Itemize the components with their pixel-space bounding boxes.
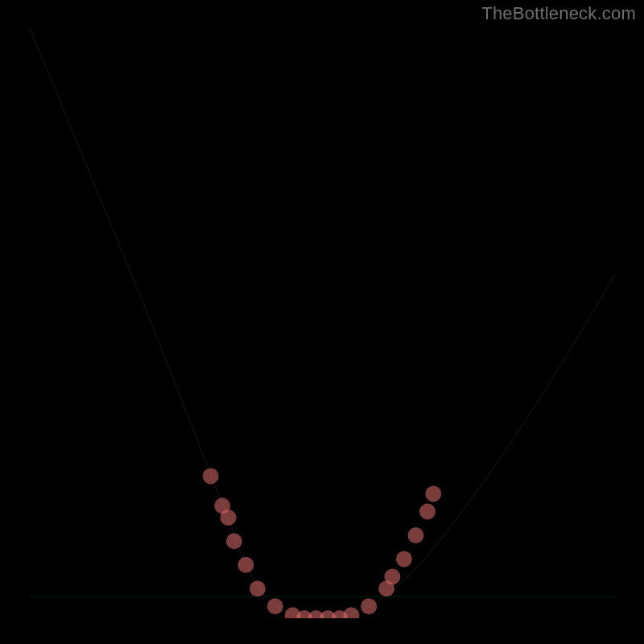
highlight-dot — [384, 569, 400, 585]
highlight-dot — [425, 485, 441, 502]
highlight-dot — [237, 557, 254, 573]
curve-layer — [29, 26, 615, 618]
highlight-dot — [343, 607, 359, 618]
highlight-dot — [250, 580, 266, 597]
plot-area — [29, 26, 615, 618]
bottleneck-curve — [29, 26, 615, 618]
attribution-text: TheBottleneck.com — [481, 3, 636, 24]
chart-stage: TheBottleneck.com — [0, 0, 644, 644]
highlight-dot — [361, 598, 377, 614]
highlight-dot — [267, 598, 283, 614]
highlight-dot — [226, 533, 242, 549]
highlight-dot — [203, 468, 219, 484]
highlight-dot — [221, 510, 237, 526]
highlight-dot — [419, 504, 436, 520]
highlight-dot — [396, 551, 412, 567]
highlight-dot — [408, 527, 424, 543]
highlight-dots — [203, 468, 442, 618]
